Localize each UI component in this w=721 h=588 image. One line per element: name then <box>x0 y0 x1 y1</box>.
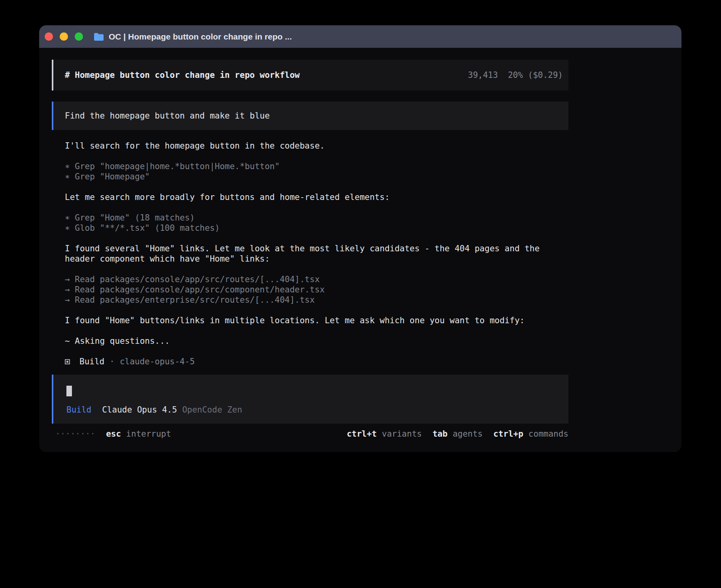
tool-call-grep: ∗ Grep "Homepage" <box>65 172 555 182</box>
assistant-response: I'll search for the homepage button in t… <box>52 141 555 367</box>
window-title: OC | Homepage button color change in rep… <box>109 32 292 41</box>
user-message: Find the homepage button and make it blu… <box>52 102 568 130</box>
tool-call-grep: ∗ Grep "Home" (18 matches) <box>65 213 555 223</box>
close-button[interactable] <box>45 32 53 41</box>
assistant-text-line: I found several "Home" links. Let me loo… <box>65 243 555 264</box>
terminal-content: # Homepage button color change in repo w… <box>52 60 568 439</box>
agent-model: claude-opus-4-5 <box>120 356 195 367</box>
tool-call-read: → Read packages/enterprise/src/routes/[.… <box>65 295 555 305</box>
hint-agents-label: agents <box>453 429 483 439</box>
tool-call-glob: ∗ Glob "**/*.tsx" (100 matches) <box>65 223 555 233</box>
session-stats: 39,413 20% ($0.29) <box>468 70 563 80</box>
agent-mode-badge[interactable]: Build <box>66 405 91 415</box>
input-status-bar: Build Claude Opus 4.5 OpenCode Zen <box>66 405 568 415</box>
hint-variants-key: ctrl+t <box>347 429 377 439</box>
hint-commands-label: commands <box>528 429 568 439</box>
assistant-status-line: ~ Asking questions... <box>65 336 555 346</box>
terminal-window: OC | Homepage button color change in rep… <box>39 25 681 452</box>
folder-icon <box>94 32 104 41</box>
tool-call-grep: ∗ Grep "homepage|home.*button|Home.*butt… <box>65 161 555 172</box>
status-footer: ········ esc interrupt ctrl+t variants t… <box>52 429 568 439</box>
traffic-lights <box>45 32 83 41</box>
user-message-text: Find the homepage button and make it blu… <box>65 111 270 121</box>
model-name[interactable]: Claude Opus 4.5 <box>102 405 177 415</box>
session-header: # Homepage button color change in repo w… <box>52 60 568 90</box>
session-title: # Homepage button color change in repo w… <box>65 70 300 80</box>
agent-status-icon <box>65 359 70 364</box>
assistant-text-line: I found "Home" buttons/links in multiple… <box>65 315 555 326</box>
esc-key-label: interrupt <box>126 429 171 439</box>
tool-call-read: → Read packages/console/app/src/componen… <box>65 285 555 295</box>
agent-separator: · <box>109 356 115 367</box>
assistant-text-line: I'll search for the homepage button in t… <box>65 141 555 151</box>
tool-call-read: → Read packages/console/app/src/routes/[… <box>65 274 555 285</box>
footer-right: ctrl+t variants tab agents ctrl+p comman… <box>347 429 568 439</box>
footer-left: ········ esc interrupt <box>52 429 171 439</box>
agent-name: Build <box>79 356 104 367</box>
minimize-button[interactable] <box>60 32 68 41</box>
titlebar[interactable]: OC | Homepage button color change in rep… <box>39 25 681 48</box>
text-cursor <box>66 386 72 396</box>
hint-commands-key: ctrl+p <box>493 429 523 439</box>
prompt-input[interactable]: Build Claude Opus 4.5 OpenCode Zen <box>52 375 568 424</box>
hint-variants-label: variants <box>382 429 422 439</box>
provider-name: OpenCode Zen <box>182 405 242 415</box>
agent-status-line: Build · claude-opus-4-5 <box>65 356 555 367</box>
hint-agents-key: tab <box>432 429 447 439</box>
assistant-text-line: Let me search more broadly for buttons a… <box>65 192 555 202</box>
desktop-background: OC | Homepage button color change in rep… <box>0 0 721 588</box>
esc-key-hint: esc <box>106 429 121 439</box>
spinner-dots: ········ <box>55 429 95 439</box>
zoom-button[interactable] <box>75 32 83 41</box>
